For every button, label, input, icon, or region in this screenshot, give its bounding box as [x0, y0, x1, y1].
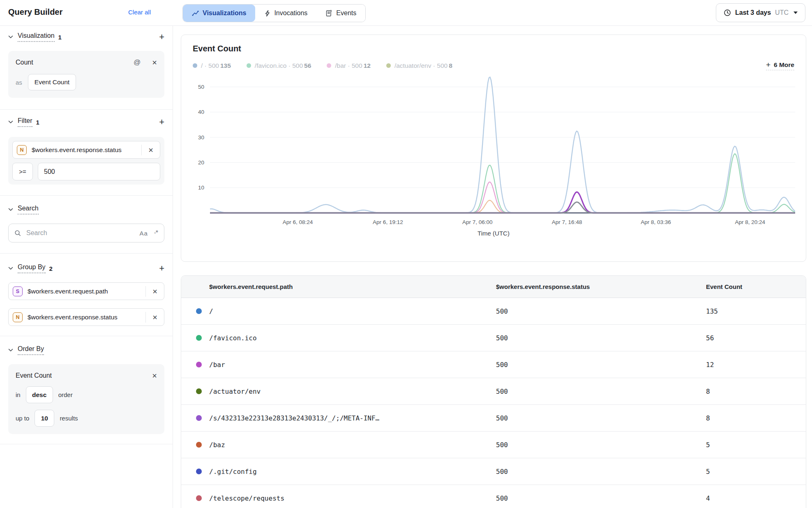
y-tick-label: 50 [198, 84, 204, 90]
chevron-down-icon[interactable] [8, 208, 13, 211]
remove-filter-icon[interactable]: × [142, 146, 160, 154]
page-title: Query Builder [8, 7, 62, 17]
table-row[interactable]: /500135 [181, 298, 806, 325]
tab-visualizations[interactable]: Visualizations [183, 5, 255, 22]
tab-events[interactable]: Events [316, 5, 365, 22]
legend-label: /bar · 50012 [335, 62, 371, 69]
legend-label: /favicon.ico · 50056 [255, 62, 311, 69]
search-icon [14, 230, 21, 237]
view-tab-group: Visualizations Invocations Events [182, 4, 366, 22]
visualization-section-title: Visualization [18, 32, 55, 42]
sort-direction-select[interactable]: desc [26, 386, 53, 403]
table-row[interactable]: /favicon.ico50056 [181, 325, 806, 351]
remove-visualization-icon[interactable]: × [152, 58, 157, 67]
add-filter-button[interactable]: + [159, 118, 164, 127]
legend-label: / · 500135 [201, 62, 231, 69]
filter-field[interactable]: N $workers.event.response.status × [12, 141, 160, 159]
cell-path: /actuator/env [209, 378, 261, 404]
cell-path: / [209, 298, 213, 324]
at-mention-icon[interactable]: @ [134, 58, 141, 67]
legend-label: /actuator/env · 5008 [394, 62, 452, 69]
table-row[interactable]: /.git/config5005 [181, 458, 806, 485]
regex-icon[interactable]: ▪* [155, 230, 158, 236]
limit-input[interactable]: 10 [35, 410, 54, 427]
tab-invocations[interactable]: Invocations [255, 5, 316, 22]
table-row[interactable]: /bar50012 [181, 351, 806, 378]
series-color-dot [196, 415, 202, 421]
add-visualization-button[interactable]: + [159, 32, 164, 42]
event-count-chart-svg: 1020304050Apr 6, 08:24Apr 6, 19:12Apr 7,… [193, 75, 795, 229]
filter-value-input[interactable] [38, 163, 160, 180]
x-tick-label: Apr 8, 03:36 [641, 219, 671, 225]
add-group-by-button[interactable]: + [159, 264, 164, 273]
time-range-label: Last 3 days [735, 9, 771, 16]
search-box: Aa ▪* [8, 224, 164, 242]
time-range-dropdown[interactable]: Last 3 days UTC [716, 3, 805, 22]
filter-field-name: $workers.event.response.status [32, 146, 122, 154]
search-input[interactable] [25, 229, 136, 237]
x-tick-label: Apr 6, 19:12 [373, 219, 403, 225]
column-header-path: $workers.event.request.path [209, 276, 293, 298]
chevron-down-icon[interactable] [8, 349, 13, 352]
order-by-field: Event Count [16, 372, 52, 379]
group-by-field[interactable]: N $workers.event.response.status × [8, 308, 164, 326]
divider [0, 444, 173, 444]
main-content: Event Count / · 500135/favicon.ico · 500… [173, 25, 812, 508]
tab-label: Events [336, 9, 356, 17]
cell-count: 5 [706, 458, 710, 485]
more-series-button[interactable]: + 6 More [766, 61, 794, 70]
alias-button[interactable]: Event Count [28, 74, 76, 90]
remove-group-by-icon[interactable]: × [146, 287, 164, 296]
divider [0, 109, 173, 110]
in-label: in [16, 391, 21, 398]
cell-count: 4 [706, 485, 710, 508]
divider [0, 195, 173, 196]
cell-status: 500 [496, 405, 508, 431]
legend-item[interactable]: /bar · 50012 [327, 62, 371, 69]
chart-legend: / · 500135/favicon.ico · 50056/bar · 500… [193, 62, 452, 69]
cell-path: /bar [209, 351, 225, 378]
order-by-card: Event Count × in desc order up to 10 res… [8, 364, 164, 434]
legend-item[interactable]: /favicon.ico · 50056 [247, 62, 311, 69]
y-tick-label: 10 [198, 185, 204, 191]
table-row[interactable]: /actuator/env5008 [181, 378, 806, 405]
y-tick-label: 30 [198, 134, 204, 141]
column-header-count: Event Count [706, 276, 742, 298]
clock-icon [724, 9, 731, 16]
group-by-section-title: Group By [18, 263, 46, 273]
remove-order-by-icon[interactable]: × [152, 372, 157, 380]
series-color-dot [196, 388, 202, 394]
cell-count: 8 [706, 378, 710, 404]
chevron-down-icon[interactable] [8, 35, 13, 39]
cell-status: 500 [496, 485, 508, 508]
y-tick-label: 20 [198, 159, 204, 166]
order-label: order [58, 391, 73, 398]
series-color-dot [196, 442, 202, 448]
filter-card: N $workers.event.response.status × >= [8, 137, 164, 185]
cell-status: 500 [496, 458, 508, 485]
operator-select[interactable]: >= [12, 163, 33, 180]
chevron-down-icon[interactable] [8, 267, 13, 270]
remove-group-by-icon[interactable]: × [146, 313, 164, 321]
table-row[interactable]: /baz5005 [181, 432, 806, 458]
table-row[interactable]: /telescope/requests5004 [181, 485, 806, 508]
cell-count: 135 [706, 298, 718, 324]
case-sensitive-icon[interactable]: Aa [140, 230, 148, 237]
x-axis-title: Time (UTC) [193, 230, 794, 237]
string-type-badge: S [13, 286, 23, 296]
cell-status: 500 [496, 378, 508, 404]
table-header: $workers.event.request.path $workers.eve… [181, 276, 806, 298]
chevron-down-icon[interactable] [8, 120, 13, 124]
group-by-section-header: Group By 2 + [8, 263, 164, 273]
clear-all-button[interactable]: Clear all [128, 9, 151, 16]
group-by-field[interactable]: S $workers.event.request.path × [8, 282, 164, 300]
visualization-count: 1 [58, 34, 62, 41]
chart-line-icon [192, 10, 199, 17]
divider [0, 253, 173, 254]
group-by-field-name: $workers.event.request.path [28, 288, 108, 295]
order-by-section-title: Order By [18, 345, 44, 355]
legend-item[interactable]: / · 500135 [193, 62, 231, 69]
group-by-field-name: $workers.event.response.status [28, 314, 118, 321]
legend-item[interactable]: /actuator/env · 5008 [386, 62, 452, 69]
table-row[interactable]: /s/432313e22313e28313e2430313/_/;/META-I… [181, 405, 806, 432]
